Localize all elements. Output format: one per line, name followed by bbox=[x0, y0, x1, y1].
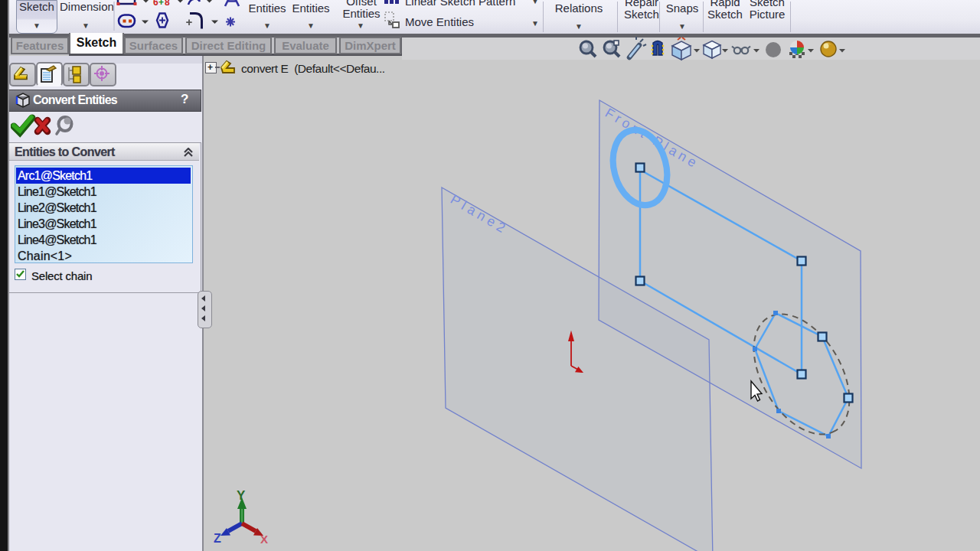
svg-text:Z: Z bbox=[214, 532, 221, 545]
svg-text:X: X bbox=[260, 533, 268, 546]
